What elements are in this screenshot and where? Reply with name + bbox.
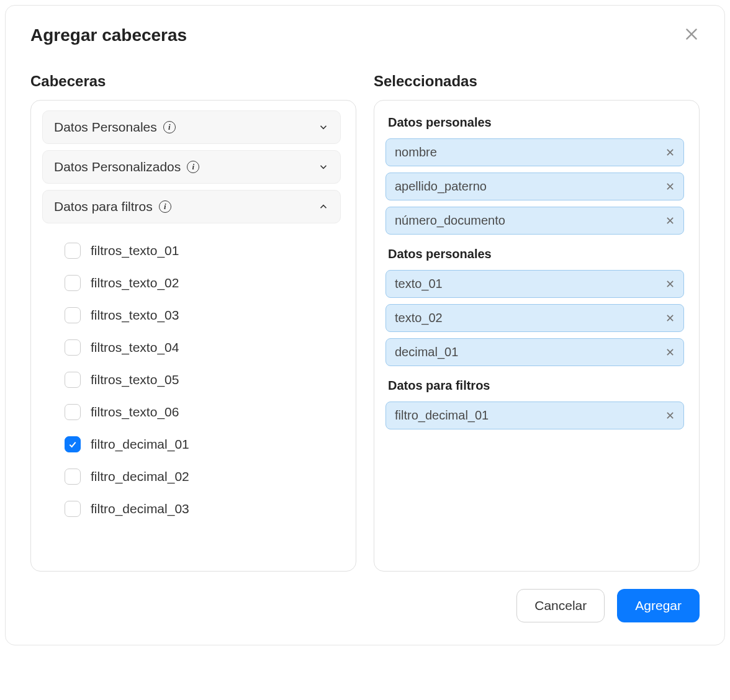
checkbox[interactable]: [65, 372, 81, 388]
chevron-up-icon: [318, 201, 329, 212]
chip-remove-icon[interactable]: ✕: [665, 181, 675, 192]
checkbox[interactable]: [65, 501, 81, 517]
checkbox-label: filtros_texto_05: [91, 372, 179, 387]
close-icon[interactable]: [683, 25, 700, 45]
info-icon[interactable]: i: [159, 200, 171, 213]
checkbox-item[interactable]: filtro_decimal_02: [65, 460, 341, 493]
chip-label: decimal_01: [395, 345, 458, 359]
chip-remove-icon[interactable]: ✕: [665, 147, 675, 158]
cancel-button[interactable]: Cancelar: [516, 589, 605, 622]
selected-panel: Datos personales nombre ✕ apellido_pater…: [374, 100, 700, 572]
dialog-footer: Cancelar Agregar: [30, 589, 700, 622]
checkbox-item[interactable]: filtros_texto_03: [65, 299, 341, 331]
accordion-datos-personales[interactable]: Datos Personales i: [42, 110, 341, 144]
chip-label: texto_02: [395, 311, 443, 325]
checkbox[interactable]: [65, 404, 81, 420]
accordion-datos-personalizados[interactable]: Datos Personalizados i: [42, 150, 341, 184]
info-icon[interactable]: i: [187, 161, 199, 173]
checkbox-label: filtros_texto_03: [91, 308, 179, 323]
headers-panel: Datos Personales i Datos Personalizados …: [30, 100, 356, 572]
checkbox-item[interactable]: filtros_texto_04: [65, 331, 341, 364]
chevron-down-icon: [318, 122, 329, 133]
add-headers-dialog: Agregar cabeceras Cabeceras Datos Person…: [5, 5, 725, 645]
selected-group-title: Datos personales: [388, 247, 684, 261]
checkbox-label: filtro_decimal_03: [91, 501, 189, 516]
dialog-title: Agregar cabeceras: [30, 25, 187, 45]
checkbox-label: filtro_decimal_01: [91, 437, 189, 452]
checkbox[interactable]: [65, 275, 81, 291]
selected-chip: filtro_decimal_01 ✕: [385, 402, 684, 429]
chip-remove-icon[interactable]: ✕: [665, 279, 675, 290]
accordion-label: Datos para filtros: [54, 199, 153, 214]
selected-chip: nombre ✕: [385, 138, 684, 166]
checkbox-label: filtros_texto_02: [91, 276, 179, 290]
checkbox-label: filtros_texto_04: [91, 340, 179, 355]
selected-title: Seleccionadas: [374, 73, 700, 90]
selected-column: Seleccionadas Datos personales nombre ✕ …: [374, 73, 700, 572]
chip-label: filtro_decimal_01: [395, 408, 489, 423]
selected-chip: texto_02 ✕: [385, 304, 684, 332]
checkbox[interactable]: [65, 307, 81, 323]
checkbox-item[interactable]: filtro_decimal_03: [65, 493, 341, 525]
checkbox-label: filtros_texto_06: [91, 405, 179, 420]
chip-remove-icon[interactable]: ✕: [665, 215, 675, 227]
headers-panel-scroll[interactable]: Datos Personales i Datos Personalizados …: [42, 110, 345, 561]
accordion-label: Datos Personales: [54, 120, 157, 135]
selected-group-title: Datos personales: [388, 115, 684, 130]
headers-title: Cabeceras: [30, 73, 356, 90]
checkbox[interactable]: [65, 469, 81, 485]
checkbox-item[interactable]: filtros_texto_05: [65, 364, 341, 396]
checkbox-label: filtro_decimal_02: [91, 469, 189, 484]
submit-button[interactable]: Agregar: [617, 589, 700, 622]
selected-chip: número_documento ✕: [385, 207, 684, 235]
info-icon[interactable]: i: [163, 121, 176, 133]
checkbox[interactable]: [65, 339, 81, 356]
selected-chip: apellido_paterno ✕: [385, 173, 684, 200]
checkbox-item[interactable]: filtros_texto_02: [65, 267, 341, 299]
dialog-header: Agregar cabeceras: [30, 25, 700, 45]
selected-chip: texto_01 ✕: [385, 270, 684, 298]
accordion-label: Datos Personalizados: [54, 159, 181, 174]
selected-panel-scroll[interactable]: Datos personales nombre ✕ apellido_pater…: [385, 110, 688, 561]
selected-chip: decimal_01 ✕: [385, 338, 684, 366]
filter-checkbox-list: filtros_texto_01 filtros_texto_02 filtro…: [42, 230, 341, 525]
chip-label: número_documento: [395, 213, 505, 228]
chip-remove-icon[interactable]: ✕: [665, 410, 675, 421]
checkbox-item[interactable]: filtros_texto_01: [65, 235, 341, 267]
accordion-datos-para-filtros[interactable]: Datos para filtros i: [42, 190, 341, 223]
checkbox-item[interactable]: filtros_texto_06: [65, 396, 341, 428]
checkbox-item[interactable]: filtro_decimal_01: [65, 428, 341, 460]
checkbox-label: filtros_texto_01: [91, 243, 179, 258]
chip-remove-icon[interactable]: ✕: [665, 347, 675, 358]
checkbox-checked[interactable]: [65, 436, 81, 452]
chevron-down-icon: [318, 161, 329, 173]
selected-group-title: Datos para filtros: [388, 379, 684, 393]
chip-remove-icon[interactable]: ✕: [665, 313, 675, 324]
headers-column: Cabeceras Datos Personales i: [30, 73, 356, 572]
chip-label: apellido_paterno: [395, 179, 487, 194]
chip-label: texto_01: [395, 277, 443, 291]
chip-label: nombre: [395, 145, 437, 159]
checkbox[interactable]: [65, 243, 81, 259]
